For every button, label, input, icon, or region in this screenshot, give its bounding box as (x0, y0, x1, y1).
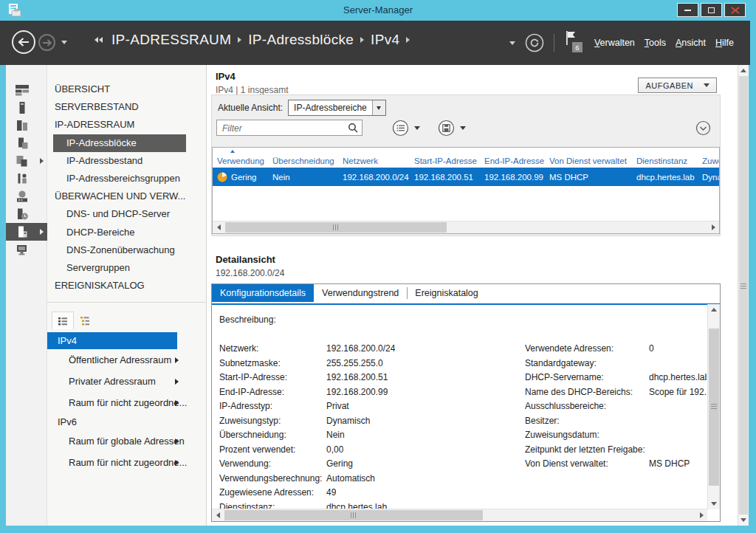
breadcrumb-segment[interactable]: IP-ADRESSRAUM (111, 32, 231, 48)
scroll-right-arrow[interactable] (707, 221, 719, 233)
scrollbar-thumb[interactable] (709, 329, 719, 486)
navigation-bar: IP-ADRESSRAUM IP-Adressblöcke IPv4 6 (0, 21, 750, 65)
sidebar-item-serverbestand[interactable]: SERVERBESTAND (47, 98, 205, 116)
detail-label: Ausschlussbereiche: (525, 401, 649, 411)
forward-button[interactable] (38, 34, 55, 51)
tree-item-privater-adressraum[interactable]: Privater Adressraum (47, 371, 205, 392)
tree-view-icon (79, 314, 91, 326)
scroll-down-arrow[interactable] (738, 515, 749, 526)
sidebar-item-dns-dhcp-server[interactable]: DNS- und DHCP-Server (47, 205, 205, 223)
column-header-von-dienst-verwaltet[interactable]: Von Dienst verwaltet (549, 157, 636, 165)
query-button[interactable] (392, 120, 409, 137)
strip-ipam-button[interactable] (6, 223, 47, 241)
strip-network-services-button[interactable] (6, 188, 47, 205)
collapse-panel-button[interactable] (695, 120, 711, 139)
current-view-dropdown[interactable]: IP-Adressbereiche (288, 100, 386, 116)
tab-ereigniskatalog[interactable]: Ereigniskatalog (407, 284, 486, 302)
tree-item-oeffentlicher-adressraum[interactable]: Öffentlicher Adressraum (47, 349, 205, 371)
save-query-button[interactable] (438, 120, 455, 137)
minimize-button[interactable] (677, 3, 698, 17)
detail-panel: Konfigurationsdetails Verwendungstrend E… (211, 283, 721, 522)
column-header-zuweisung[interactable]: Zuweisung (702, 157, 719, 165)
strip-dashboard-button[interactable] (6, 81, 47, 99)
tasks-button[interactable]: AUFGABEN (638, 78, 717, 93)
strip-event-viewer-button[interactable] (6, 241, 47, 258)
filter-input[interactable] (221, 122, 348, 135)
expand-arrow-icon[interactable] (175, 439, 179, 444)
menu-tools[interactable]: Tools (645, 38, 666, 48)
sidebar-item-ip-adressraum[interactable]: IP-ADRESSRAUM (47, 116, 205, 134)
column-header-end-ip[interactable]: End-IP-Adresse (484, 157, 549, 165)
sidebar-item-dns-zonenueberwachung[interactable]: DNS-Zonenüberwachung (47, 241, 205, 259)
expand-arrow-icon[interactable] (175, 460, 179, 466)
expand-arrow-icon[interactable] (175, 400, 179, 406)
breadcrumb-overflow-dropdown[interactable] (509, 41, 515, 45)
tree-tab-hierarchy-view[interactable] (74, 312, 96, 329)
maximize-button[interactable] (701, 3, 722, 17)
strip-local-server-button[interactable] (6, 99, 47, 117)
scrollbar-thumb[interactable] (224, 510, 483, 520)
scrollbar-thumb[interactable] (225, 222, 447, 233)
chevron-down-icon[interactable] (460, 126, 466, 130)
detail-label: Prozent verwendet: (219, 444, 326, 455)
breadcrumb-segment[interactable]: IPv4 (371, 32, 399, 48)
expand-arrow-icon[interactable] (175, 379, 179, 385)
scroll-right-arrow[interactable] (695, 509, 707, 521)
sidebar-item-servergruppen[interactable]: Servergruppen (47, 259, 205, 277)
sidebar-item-ereigniskatalog[interactable]: EREIGNISKATALOG (47, 277, 205, 295)
column-header-ueberschneidung[interactable]: Überschneidung (272, 157, 343, 165)
strip-all-servers-button[interactable] (6, 117, 47, 134)
detail-value: 192.168.200.0/24 (326, 343, 395, 354)
tools-person-icon (15, 171, 30, 186)
table-row-selected[interactable]: Gering Nein 192.168.200.0/24 192.168.200… (213, 168, 719, 186)
scroll-up-arrow[interactable] (708, 304, 720, 315)
menu-hilfe[interactable]: Hilfe (715, 38, 734, 48)
breadcrumb-collapse-icon[interactable] (94, 37, 103, 43)
notifications-flag-button[interactable]: 6 (564, 30, 585, 55)
sidebar-item-ip-adressbereichsgruppen[interactable]: IP-Adressbereichsgruppen (47, 170, 205, 188)
expand-arrow-icon[interactable] (175, 357, 179, 363)
scroll-left-arrow[interactable] (213, 221, 224, 233)
tree-item-label: Raum für globale Adressen (69, 436, 185, 447)
cell-verwendung: Gering (231, 173, 257, 182)
column-header-verwendung[interactable]: Verwendung (213, 157, 272, 165)
sidebar-item-ip-adressbloecke[interactable]: IP-Adressblöcke (53, 134, 186, 152)
scroll-down-arrow[interactable] (708, 498, 720, 509)
tree-item-ipv4[interactable]: IPv4 (47, 332, 177, 349)
chevron-down-icon[interactable] (414, 126, 420, 130)
scroll-up-arrow[interactable] (738, 65, 749, 76)
sidebar-item-uebersicht[interactable]: ÜBERSICHT (47, 80, 205, 98)
detail-vertical-scrollbar (707, 304, 720, 509)
strip-file-services-button[interactable] (6, 152, 47, 170)
search-icon (348, 123, 359, 134)
menu-verwalten[interactable]: Verwalten (594, 38, 635, 48)
tree-item-ipv6[interactable]: IPv6 (47, 413, 205, 430)
column-header-start-ip[interactable]: Start-IP-Adresse (414, 157, 484, 165)
tree-tab-list-view[interactable] (52, 312, 74, 329)
scrollbar-thumb[interactable] (739, 76, 748, 515)
breadcrumb-segment[interactable]: IP-Adressblöcke (248, 32, 354, 48)
sidebar-item-ip-adressbestand[interactable]: IP-Adressbestand (47, 152, 205, 170)
strip-performance-button[interactable] (6, 205, 47, 223)
detail-value: 0 (649, 343, 654, 354)
back-button[interactable] (12, 30, 35, 54)
column-header-dienstinstanz[interactable]: Dienstinstanz (636, 157, 702, 165)
strip-manageability-button[interactable] (6, 170, 47, 188)
refresh-button[interactable] (525, 33, 544, 52)
tree-item-nicht-zugeordnet-v4[interactable]: Raum für nicht zugeordne... (47, 392, 205, 413)
strip-file-storage-button[interactable] (6, 134, 47, 152)
tab-verwendungstrend[interactable]: Verwendungstrend (314, 284, 407, 302)
tree-item-nicht-zugeordnet-v6[interactable]: Raum für nicht zugeordne... (47, 452, 205, 473)
sidebar-item-dhcp-bereiche[interactable]: DHCP-Bereiche (47, 224, 205, 241)
tab-konfigurationsdetails[interactable]: Konfigurationsdetails (212, 284, 314, 302)
detail-spacer (219, 327, 492, 342)
dropdown-arrow[interactable] (372, 100, 385, 115)
column-header-netzwerk[interactable]: Netzwerk (343, 157, 414, 165)
navigation-history-dropdown[interactable] (61, 41, 67, 44)
close-button[interactable] (724, 3, 746, 17)
scroll-left-arrow[interactable] (212, 509, 224, 521)
sidebar-item-ueberwachen[interactable]: ÜBERWACHEN UND VERW... (47, 188, 205, 205)
flyout-arrow-icon (40, 229, 44, 235)
tree-item-globale-adressen[interactable]: Raum für globale Adressen (47, 430, 205, 452)
menu-ansicht[interactable]: Ansicht (676, 38, 706, 48)
